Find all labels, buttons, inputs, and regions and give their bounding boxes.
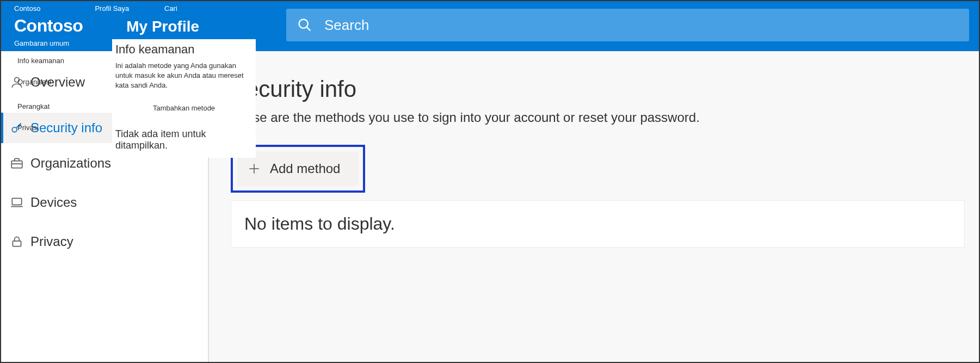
search-icon [297, 17, 312, 33]
sidebar-item-privacy[interactable]: Privacy [1, 226, 208, 257]
sidebar-item-label: Privacy [30, 234, 73, 249]
brand-title: Contoso [14, 16, 83, 36]
search-input[interactable]: Search [286, 9, 969, 41]
brand-row: Contoso My Profile [14, 16, 208, 36]
overlay-title: Info keamanan [115, 42, 252, 58]
no-items-text: No items to display. [244, 214, 951, 234]
overlay-add-label: Tambahkan metode [115, 104, 252, 112]
overlay-no-items: Tidak ada item untuk ditampilkan. [115, 128, 252, 151]
sidebar-item-label: Devices [30, 195, 77, 210]
lock-icon [10, 235, 24, 249]
svg-rect-5 [12, 198, 21, 205]
methods-list: No items to display. [231, 200, 965, 248]
sidebar-item-label: Organizations [30, 156, 111, 171]
search-small-label: Cari [164, 4, 177, 13]
page-title: Security info [231, 76, 979, 102]
laptop-icon [10, 195, 24, 210]
overlay-description: Ini adalah metode yang Anda gunakan untu… [115, 61, 252, 91]
briefcase-icon [10, 156, 24, 170]
add-method-label: Add method [270, 161, 340, 176]
translation-overlay: Info keamanan Ini adalah metode yang And… [112, 39, 256, 158]
svg-rect-4 [11, 161, 22, 168]
svg-rect-6 [13, 241, 21, 247]
svg-point-0 [299, 20, 308, 28]
svg-line-1 [307, 27, 310, 30]
search-placeholder: Search [324, 17, 369, 34]
sidebar-item-devices[interactable]: Devices [1, 187, 208, 218]
page-subtitle: These are the methods you use to sign in… [231, 110, 979, 125]
section-title: My Profile [126, 18, 199, 35]
header-small-labels: Contoso Profil Saya [14, 4, 208, 13]
brand-small-label: Contoso [14, 4, 40, 13]
plus-icon [247, 162, 261, 176]
search-wrap: Search [286, 9, 969, 41]
profile-small-label: Profil Saya [95, 4, 129, 13]
main-content: Security info These are the methods you … [209, 51, 979, 362]
